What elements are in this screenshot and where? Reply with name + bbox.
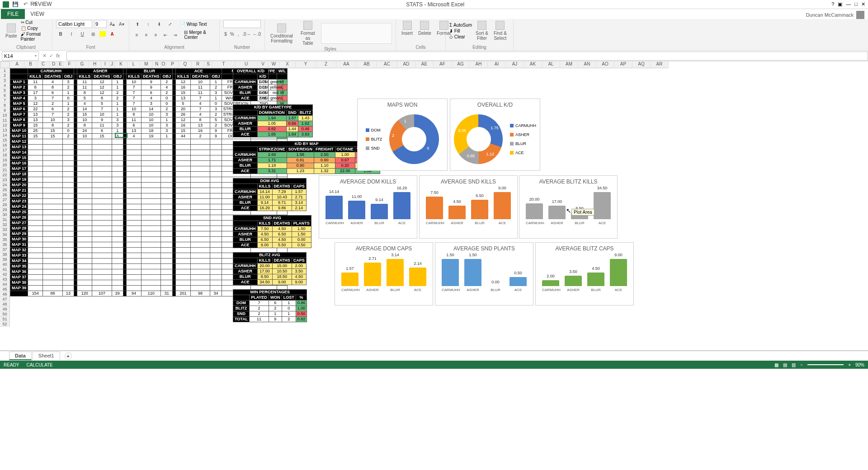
excel-icon <box>3 1 9 8</box>
zoom-in-icon[interactable]: + <box>848 362 851 367</box>
cut-button[interactable]: ✂ Cut <box>21 20 48 25</box>
chart-maps_won[interactable]: MAPS WON621DOMBLITZSND <box>357 99 448 171</box>
ribbon: Paste ✂ Cut 📋 Copy 🖌 Format Painter Clip… <box>0 19 868 51</box>
insert-icon <box>403 21 412 30</box>
fx-icon[interactable]: fx <box>56 53 60 59</box>
alignment-group-label: Alignment <box>133 45 216 50</box>
clear-button[interactable]: ◇ Clear <box>449 34 472 39</box>
ribbon-options-icon[interactable]: ▣ <box>838 1 842 7</box>
maximize-icon[interactable]: □ <box>854 1 858 7</box>
inc-decimal-icon[interactable]: .0→ <box>242 30 250 38</box>
clipboard-group-label: Clipboard <box>4 45 48 50</box>
view-normal-icon[interactable]: ▦ <box>774 362 778 367</box>
ribbon-tabs: FILE HOMEINSERTPAGE LAYOUTFORMULASDATARE… <box>0 9 868 19</box>
bold-button[interactable]: B <box>56 30 65 38</box>
cf-icon <box>277 24 286 33</box>
comma-icon[interactable]: , <box>236 30 241 38</box>
view-page-icon[interactable]: ▤ <box>783 362 787 367</box>
orientation-icon[interactable]: ⤢ <box>165 20 175 28</box>
name-box[interactable]: K14▾ <box>2 52 39 61</box>
cell-styles-gallery[interactable] <box>321 23 392 44</box>
decrease-font-icon[interactable]: A▾ <box>118 20 126 28</box>
font-size-combo[interactable] <box>94 20 107 28</box>
fill-color-button[interactable] <box>99 31 106 37</box>
paste-button[interactable]: Paste <box>4 23 19 39</box>
font-color-button[interactable]: A <box>108 30 117 38</box>
enter-formula-icon[interactable]: ✓ <box>49 53 53 59</box>
copy-button[interactable]: 📋 Copy <box>21 26 48 31</box>
format-painter-button[interactable]: 🖌 Format Painter <box>21 32 48 42</box>
title-bar: 💾 ↶ ↷ STATS - Microsoft Excel ? ▣ — □ ✕ <box>0 0 868 9</box>
align-middle-icon[interactable]: ↕ <box>144 20 153 28</box>
chart-avg_snd_kills[interactable]: AVERAGE SND KILLS7.504.506.509.00CARMUHH… <box>419 175 518 239</box>
autosum-button[interactable]: Σ AutoSum <box>449 23 472 28</box>
sheet-tab-bar: DataSheet1 + <box>0 351 868 361</box>
find-icon <box>495 21 505 30</box>
border-button[interactable]: ⊞ <box>89 30 98 38</box>
chart-avg_blitz_kills[interactable]: AVERAGE BLITZ KILLS20.0017.008.5034.50CA… <box>519 175 618 239</box>
chart-avg_snd_plants[interactable]: AVERAGE SND PLANTS1.501.500.000.50CARMUH… <box>435 242 533 306</box>
chart-tooltip: Plot Area <box>571 209 594 216</box>
formula-input[interactable] <box>66 52 868 61</box>
zoom-level[interactable]: 90% <box>855 362 864 367</box>
user-name: Duncan McCammack <box>806 12 854 18</box>
align-top-icon[interactable]: ⬆ <box>133 20 142 28</box>
chart-title: AVERAGE DOM CAPS <box>335 243 433 254</box>
align-right-icon[interactable]: ≡ <box>152 31 160 39</box>
cancel-formula-icon[interactable]: ✕ <box>42 53 47 59</box>
sheet-tab-data[interactable]: Data <box>9 352 32 360</box>
number-format-combo[interactable] <box>223 20 261 28</box>
window-title: STATS - Microsoft Excel <box>39 1 831 8</box>
zoom-out-icon[interactable]: − <box>800 362 803 367</box>
window-controls: ? ▣ — □ ✕ <box>831 1 865 7</box>
find-select-button[interactable]: Find & Select <box>492 20 509 42</box>
font-group-label: Font <box>56 45 125 50</box>
file-tab[interactable]: FILE <box>1 9 25 19</box>
wrap-text-button[interactable]: 📄 Wrap Text <box>180 22 207 27</box>
delete-cells-button[interactable]: Delete <box>416 20 433 37</box>
currency-icon[interactable]: $ <box>223 30 228 38</box>
chart-avg_dom_kills[interactable]: AVERAGE DOM KILLS14.1411.009.1416.29CARM… <box>319 175 417 239</box>
minimize-icon[interactable]: — <box>846 1 851 7</box>
delete-icon <box>420 21 429 30</box>
align-bottom-icon[interactable]: ⬇ <box>155 20 164 28</box>
status-ready: READY <box>4 362 19 367</box>
tab-view[interactable]: VIEW <box>25 9 73 19</box>
user-account[interactable]: Duncan McCammack <box>806 11 868 19</box>
cells-group-label: Cells <box>400 45 442 50</box>
sheet-tab-sheet1[interactable]: Sheet1 <box>33 352 60 360</box>
tab-review[interactable]: REVIEW <box>25 0 73 9</box>
editing-group-label: Editing <box>449 45 509 50</box>
worksheet-grid[interactable]: ABCDEFGHIJKLMNOPQRSTUVWXYZAAABACADAEAFAG… <box>0 61 868 351</box>
save-icon[interactable]: 💾 <box>12 1 19 8</box>
font-name-combo[interactable] <box>56 20 92 28</box>
sort-filter-button[interactable]: Sort & Filter <box>474 20 490 42</box>
paste-icon <box>7 24 16 33</box>
italic-button[interactable]: I <box>67 30 76 38</box>
merge-center-button[interactable]: ⊟ Merge & Center <box>184 30 216 40</box>
align-center-icon[interactable]: ≡ <box>142 31 150 39</box>
indent-inc-icon[interactable]: ⇥ <box>171 31 179 39</box>
chart-avg_dom_caps[interactable]: AVERAGE DOM CAPS1.572.713.142.14CARMUHHA… <box>335 242 433 306</box>
status-bar: READY CALCULATE ▦ ▤ ▥ − + 90% <box>0 361 868 369</box>
new-sheet-button[interactable]: + <box>65 352 72 360</box>
close-icon[interactable]: ✕ <box>861 1 865 7</box>
indent-dec-icon[interactable]: ⇤ <box>161 31 169 39</box>
zoom-slider[interactable] <box>807 364 844 365</box>
align-left-icon[interactable]: ≡ <box>133 31 141 39</box>
help-icon[interactable]: ? <box>831 1 834 7</box>
insert-cells-button[interactable]: Insert <box>400 20 415 37</box>
underline-button[interactable]: U <box>78 30 87 38</box>
status-calculate: CALCULATE <box>26 362 52 367</box>
fill-button[interactable]: ⬇ Fill <box>449 28 472 33</box>
percent-icon[interactable]: % <box>230 30 234 38</box>
sort-icon <box>477 21 486 30</box>
chart-overall_kd_pie[interactable]: OVERALL K/D1.751.120.852.05CARMUHHASHERB… <box>450 99 540 171</box>
chart-avg_blitz_caps[interactable]: AVERAGE BLITZ CAPS2.003.504.509.00CARMUH… <box>535 242 634 306</box>
dec-decimal-icon[interactable]: ←.0 <box>253 30 261 38</box>
increase-font-icon[interactable]: A▴ <box>108 20 116 28</box>
formula-bar: K14▾ ✕ ✓ fx <box>0 51 868 61</box>
conditional-formatting-button[interactable]: Conditional Formatting <box>269 23 295 44</box>
view-break-icon[interactable]: ▥ <box>792 362 796 367</box>
format-as-table-button[interactable]: Format as Table <box>297 20 319 47</box>
